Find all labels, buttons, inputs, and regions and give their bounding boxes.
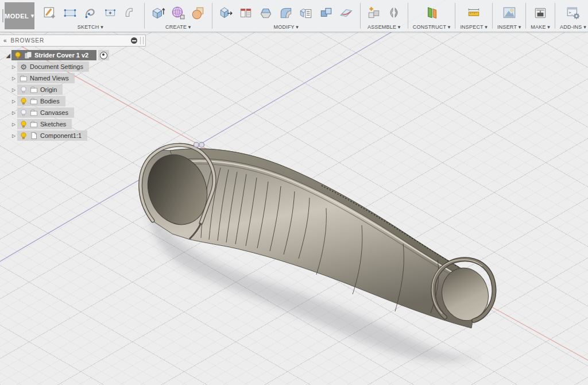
t-component-root-glyph bbox=[24, 51, 32, 59]
combine-icon[interactable] bbox=[318, 3, 335, 21]
minimize-panel-icon[interactable] bbox=[131, 37, 137, 44]
bulb-off-icon[interactable] bbox=[20, 109, 28, 117]
expander-icon[interactable]: ▷ bbox=[10, 76, 17, 81]
rectangle-tool-icon[interactable] bbox=[61, 3, 79, 21]
profile-tool-icon[interactable] bbox=[122, 3, 140, 21]
workspace-label: MODEL bbox=[5, 13, 29, 20]
node-label: Document Settings bbox=[30, 63, 83, 70]
revolve-icon[interactable] bbox=[189, 3, 207, 21]
toolbar-drag-handle[interactable] bbox=[2, 9, 3, 22]
t-bulb-on-glyph bbox=[20, 120, 28, 128]
i-form-glyph bbox=[171, 5, 185, 20]
expander-icon[interactable]: ◢ bbox=[5, 52, 11, 59]
expander-icon[interactable]: ▷ bbox=[10, 87, 17, 93]
new-component-icon[interactable] bbox=[365, 3, 383, 21]
i-split-body-glyph bbox=[339, 5, 354, 20]
create-sketch-icon[interactable] bbox=[41, 3, 59, 21]
node-chip[interactable]: Origin bbox=[17, 84, 63, 95]
toolbar-group-label-inspect[interactable]: INSPECT ▾ bbox=[460, 24, 488, 31]
tree-row-bodies: ▷Bodies bbox=[0, 95, 146, 107]
slot-tool-icon[interactable] bbox=[102, 3, 119, 21]
workspace-switcher[interactable]: MODEL ▾ bbox=[5, 2, 34, 29]
expander-icon[interactable]: ▷ bbox=[10, 99, 17, 104]
folder-icon bbox=[20, 74, 28, 82]
i-slot-tool-glyph bbox=[103, 5, 118, 20]
toolbar-group-label-insert[interactable]: INSERT ▾ bbox=[497, 24, 521, 31]
tree-row-origin: ▷Origin bbox=[0, 84, 146, 95]
form-icon[interactable] bbox=[169, 3, 187, 21]
t-folder-glyph bbox=[30, 86, 38, 94]
joint-icon[interactable] bbox=[385, 3, 403, 21]
node-chip[interactable]: Component1:1 bbox=[17, 130, 87, 141]
toolbar-group-label-construct[interactable]: CONSTRUCT ▾ bbox=[413, 24, 451, 31]
t-folder-glyph bbox=[20, 74, 28, 82]
toolbar-separator bbox=[144, 3, 145, 29]
scripts-addins-icon[interactable] bbox=[564, 3, 582, 21]
toolbar-separator bbox=[212, 3, 212, 29]
toolbar-group-inspect: INSPECT ▾ bbox=[457, 0, 491, 32]
i-scripts-addins-glyph bbox=[566, 5, 581, 20]
i-new-component-glyph bbox=[366, 5, 381, 20]
appearance-icon[interactable] bbox=[237, 3, 255, 21]
toolbar-separator bbox=[408, 3, 408, 29]
measure-icon[interactable] bbox=[465, 3, 483, 21]
construction-plane-icon[interactable] bbox=[423, 3, 440, 21]
3d-print-icon[interactable] bbox=[532, 3, 550, 21]
node-chip[interactable]: Canvases bbox=[17, 107, 74, 118]
toolbar-group-insert: INSERT ▾ bbox=[494, 0, 524, 32]
bulb-off-icon[interactable] bbox=[20, 86, 28, 94]
press-pull-icon[interactable] bbox=[217, 3, 235, 21]
spline-tool-icon[interactable] bbox=[82, 3, 99, 21]
node-label: Origin bbox=[40, 86, 57, 93]
node-chip[interactable]: Named Views bbox=[17, 73, 75, 83]
toolbar-separator bbox=[360, 3, 361, 29]
bulb-on-icon[interactable] bbox=[14, 51, 22, 59]
toolbar-group-label-create[interactable]: CREATE ▾ bbox=[165, 24, 191, 31]
expander-icon[interactable]: ▷ bbox=[10, 133, 17, 138]
t-folder-glyph bbox=[30, 97, 38, 105]
workspace-caret-icon: ▾ bbox=[31, 12, 34, 20]
toolbar-group-label-modify[interactable]: MODIFY ▾ bbox=[274, 24, 299, 31]
toolbar-group-label-add-ins[interactable]: ADD-INS ▾ bbox=[560, 24, 586, 31]
toolbar-separator bbox=[555, 3, 555, 29]
extrude-icon[interactable] bbox=[149, 3, 167, 21]
component-active-radio-icon[interactable] bbox=[100, 52, 107, 59]
browser-title: BROWSER bbox=[11, 37, 131, 44]
expander-icon[interactable]: ▷ bbox=[10, 64, 17, 70]
tree-row-named-views: ▷Named Views bbox=[0, 72, 146, 84]
expander-icon[interactable]: ▷ bbox=[10, 110, 17, 116]
i-chamfer-glyph bbox=[258, 5, 273, 20]
bulb-on-icon[interactable] bbox=[20, 97, 28, 105]
node-label: Canvases bbox=[40, 109, 68, 116]
node-chip[interactable]: ⚙Document Settings bbox=[17, 61, 89, 72]
panel-resize-grip[interactable] bbox=[140, 37, 144, 44]
bulb-on-icon[interactable] bbox=[20, 120, 28, 128]
browser-tree: ◢Strider Cover 1 v2▷⚙Document Settings▷N… bbox=[0, 47, 146, 141]
fillet-icon[interactable] bbox=[277, 3, 295, 21]
toolbar-group-label-make[interactable]: MAKE ▾ bbox=[531, 24, 550, 31]
insert-image-icon[interactable] bbox=[500, 3, 518, 21]
selected-node-chip[interactable]: Strider Cover 1 v2 bbox=[11, 50, 96, 60]
toolbar-group-label-assemble[interactable]: ASSEMBLE ▾ bbox=[368, 24, 401, 31]
i-rectangle-tool-glyph bbox=[63, 5, 78, 20]
split-body-icon[interactable] bbox=[338, 3, 355, 21]
t-folder-glyph bbox=[30, 120, 38, 128]
chamfer-icon[interactable] bbox=[257, 3, 275, 21]
tree-row-strider-cover-1-v2: ◢Strider Cover 1 v2 bbox=[0, 49, 146, 61]
node-chip[interactable]: Sketches bbox=[17, 119, 72, 129]
parameters-icon[interactable] bbox=[297, 3, 315, 21]
t-folder-glyph bbox=[30, 109, 38, 117]
activate-component-chip[interactable] bbox=[98, 50, 109, 60]
collapse-panel-icon[interactable]: « bbox=[3, 37, 7, 44]
expander-icon[interactable]: ▷ bbox=[10, 122, 17, 127]
origin-marker[interactable] bbox=[194, 143, 204, 148]
bulb-on-icon[interactable] bbox=[20, 132, 28, 140]
node-label: Sketches bbox=[40, 121, 66, 128]
folder-icon bbox=[30, 86, 38, 94]
browser-panel: « BROWSER ◢Strider Cover 1 v2▷⚙Document … bbox=[0, 34, 146, 141]
toolbar-group-label-sketch[interactable]: SKETCH ▾ bbox=[78, 24, 103, 31]
node-label: Named Views bbox=[30, 75, 69, 82]
i-measure-glyph bbox=[466, 5, 481, 20]
t-bulb-on-glyph bbox=[14, 51, 22, 59]
node-chip[interactable]: Bodies bbox=[17, 96, 65, 106]
